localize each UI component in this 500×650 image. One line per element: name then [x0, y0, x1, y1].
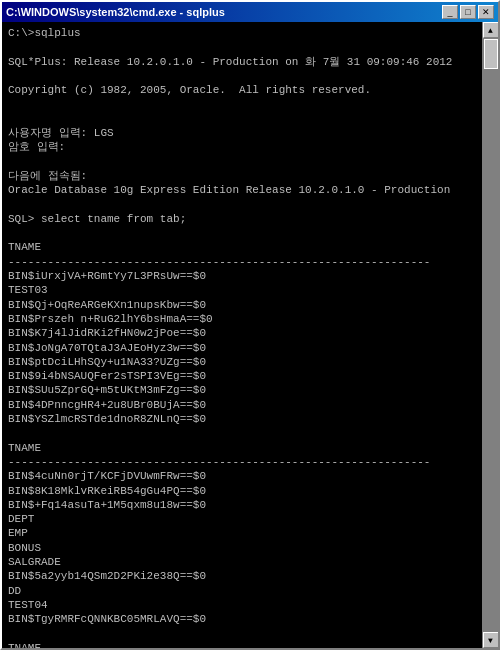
content-area: C:\>sqlplus SQL*Plus: Release 10.2.0.1.0… [2, 22, 498, 648]
window-title: C:\WINDOWS\system32\cmd.exe - sqlplus [6, 6, 225, 18]
maximize-button[interactable]: □ [460, 5, 476, 19]
scroll-track[interactable] [483, 38, 498, 632]
minimize-button[interactable]: _ [442, 5, 458, 19]
scroll-thumb[interactable] [484, 39, 498, 69]
main-window: C:\WINDOWS\system32\cmd.exe - sqlplus _ … [0, 0, 500, 650]
title-bar: C:\WINDOWS\system32\cmd.exe - sqlplus _ … [2, 2, 498, 22]
scroll-up-button[interactable]: ▲ [483, 22, 499, 38]
title-bar-buttons: _ □ ✕ [442, 5, 494, 19]
terminal-wrapper: C:\>sqlplus SQL*Plus: Release 10.2.0.1.0… [2, 22, 482, 648]
scrollbar[interactable]: ▲ ▼ [482, 22, 498, 648]
close-button[interactable]: ✕ [478, 5, 494, 19]
terminal-output[interactable]: C:\>sqlplus SQL*Plus: Release 10.2.0.1.0… [2, 22, 482, 648]
scroll-down-button[interactable]: ▼ [483, 632, 499, 648]
